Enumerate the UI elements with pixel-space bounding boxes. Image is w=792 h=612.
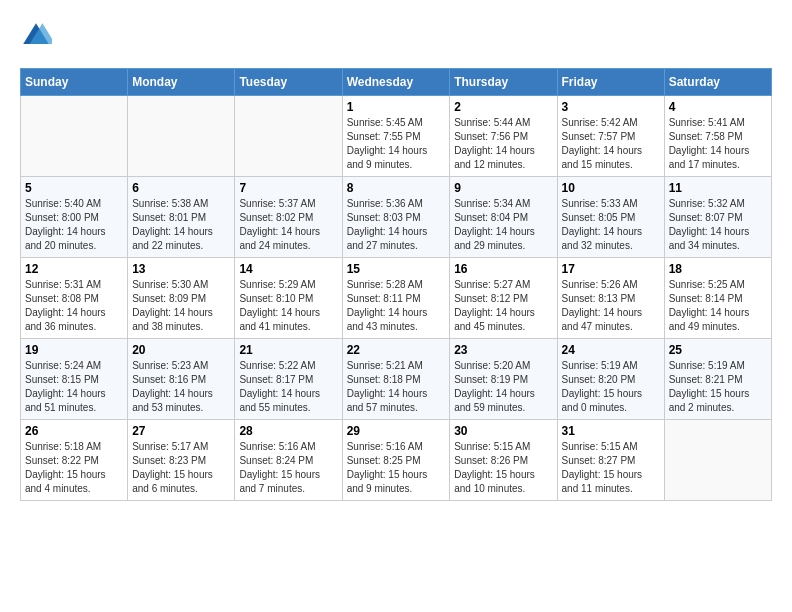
day-info: Sunrise: 5:37 AM Sunset: 8:02 PM Dayligh… [239,197,337,253]
day-info: Sunrise: 5:30 AM Sunset: 8:09 PM Dayligh… [132,278,230,334]
calendar-cell: 17Sunrise: 5:26 AM Sunset: 8:13 PM Dayli… [557,258,664,339]
calendar-cell: 20Sunrise: 5:23 AM Sunset: 8:16 PM Dayli… [128,339,235,420]
day-number: 22 [347,343,446,357]
day-info: Sunrise: 5:25 AM Sunset: 8:14 PM Dayligh… [669,278,767,334]
calendar-cell: 22Sunrise: 5:21 AM Sunset: 8:18 PM Dayli… [342,339,450,420]
day-info: Sunrise: 5:38 AM Sunset: 8:01 PM Dayligh… [132,197,230,253]
calendar-week-3: 12Sunrise: 5:31 AM Sunset: 8:08 PM Dayli… [21,258,772,339]
day-number: 29 [347,424,446,438]
day-info: Sunrise: 5:45 AM Sunset: 7:55 PM Dayligh… [347,116,446,172]
calendar-cell: 18Sunrise: 5:25 AM Sunset: 8:14 PM Dayli… [664,258,771,339]
logo [20,20,56,52]
calendar-cell: 12Sunrise: 5:31 AM Sunset: 8:08 PM Dayli… [21,258,128,339]
calendar-cell: 16Sunrise: 5:27 AM Sunset: 8:12 PM Dayli… [450,258,557,339]
day-info: Sunrise: 5:40 AM Sunset: 8:00 PM Dayligh… [25,197,123,253]
day-info: Sunrise: 5:29 AM Sunset: 8:10 PM Dayligh… [239,278,337,334]
day-number: 7 [239,181,337,195]
day-number: 19 [25,343,123,357]
logo-icon [20,20,52,52]
calendar-cell: 3Sunrise: 5:42 AM Sunset: 7:57 PM Daylig… [557,96,664,177]
day-info: Sunrise: 5:23 AM Sunset: 8:16 PM Dayligh… [132,359,230,415]
col-header-friday: Friday [557,69,664,96]
col-header-monday: Monday [128,69,235,96]
calendar-cell: 10Sunrise: 5:33 AM Sunset: 8:05 PM Dayli… [557,177,664,258]
calendar-week-5: 26Sunrise: 5:18 AM Sunset: 8:22 PM Dayli… [21,420,772,501]
calendar-week-2: 5Sunrise: 5:40 AM Sunset: 8:00 PM Daylig… [21,177,772,258]
day-info: Sunrise: 5:34 AM Sunset: 8:04 PM Dayligh… [454,197,552,253]
day-number: 26 [25,424,123,438]
calendar-cell [21,96,128,177]
day-info: Sunrise: 5:27 AM Sunset: 8:12 PM Dayligh… [454,278,552,334]
day-number: 4 [669,100,767,114]
calendar-cell: 26Sunrise: 5:18 AM Sunset: 8:22 PM Dayli… [21,420,128,501]
day-number: 14 [239,262,337,276]
day-info: Sunrise: 5:21 AM Sunset: 8:18 PM Dayligh… [347,359,446,415]
day-number: 2 [454,100,552,114]
day-info: Sunrise: 5:15 AM Sunset: 8:26 PM Dayligh… [454,440,552,496]
day-number: 3 [562,100,660,114]
calendar-cell [128,96,235,177]
day-number: 28 [239,424,337,438]
day-number: 23 [454,343,552,357]
day-info: Sunrise: 5:19 AM Sunset: 8:21 PM Dayligh… [669,359,767,415]
day-info: Sunrise: 5:28 AM Sunset: 8:11 PM Dayligh… [347,278,446,334]
col-header-saturday: Saturday [664,69,771,96]
day-number: 16 [454,262,552,276]
col-header-wednesday: Wednesday [342,69,450,96]
day-number: 12 [25,262,123,276]
day-info: Sunrise: 5:33 AM Sunset: 8:05 PM Dayligh… [562,197,660,253]
day-number: 20 [132,343,230,357]
calendar-week-4: 19Sunrise: 5:24 AM Sunset: 8:15 PM Dayli… [21,339,772,420]
day-info: Sunrise: 5:31 AM Sunset: 8:08 PM Dayligh… [25,278,123,334]
calendar-cell: 21Sunrise: 5:22 AM Sunset: 8:17 PM Dayli… [235,339,342,420]
day-info: Sunrise: 5:18 AM Sunset: 8:22 PM Dayligh… [25,440,123,496]
calendar-cell: 25Sunrise: 5:19 AM Sunset: 8:21 PM Dayli… [664,339,771,420]
day-number: 10 [562,181,660,195]
calendar-cell: 19Sunrise: 5:24 AM Sunset: 8:15 PM Dayli… [21,339,128,420]
calendar-cell: 14Sunrise: 5:29 AM Sunset: 8:10 PM Dayli… [235,258,342,339]
day-number: 30 [454,424,552,438]
calendar-cell: 8Sunrise: 5:36 AM Sunset: 8:03 PM Daylig… [342,177,450,258]
day-number: 17 [562,262,660,276]
day-number: 13 [132,262,230,276]
day-info: Sunrise: 5:36 AM Sunset: 8:03 PM Dayligh… [347,197,446,253]
day-info: Sunrise: 5:42 AM Sunset: 7:57 PM Dayligh… [562,116,660,172]
day-number: 1 [347,100,446,114]
calendar-cell: 9Sunrise: 5:34 AM Sunset: 8:04 PM Daylig… [450,177,557,258]
calendar-cell: 13Sunrise: 5:30 AM Sunset: 8:09 PM Dayli… [128,258,235,339]
day-info: Sunrise: 5:20 AM Sunset: 8:19 PM Dayligh… [454,359,552,415]
calendar-header-row: SundayMondayTuesdayWednesdayThursdayFrid… [21,69,772,96]
day-number: 31 [562,424,660,438]
day-number: 8 [347,181,446,195]
calendar-cell: 23Sunrise: 5:20 AM Sunset: 8:19 PM Dayli… [450,339,557,420]
day-info: Sunrise: 5:16 AM Sunset: 8:25 PM Dayligh… [347,440,446,496]
calendar-cell: 4Sunrise: 5:41 AM Sunset: 7:58 PM Daylig… [664,96,771,177]
calendar-cell: 28Sunrise: 5:16 AM Sunset: 8:24 PM Dayli… [235,420,342,501]
day-info: Sunrise: 5:15 AM Sunset: 8:27 PM Dayligh… [562,440,660,496]
calendar-cell: 7Sunrise: 5:37 AM Sunset: 8:02 PM Daylig… [235,177,342,258]
day-info: Sunrise: 5:16 AM Sunset: 8:24 PM Dayligh… [239,440,337,496]
day-number: 9 [454,181,552,195]
day-number: 21 [239,343,337,357]
day-info: Sunrise: 5:41 AM Sunset: 7:58 PM Dayligh… [669,116,767,172]
day-info: Sunrise: 5:22 AM Sunset: 8:17 PM Dayligh… [239,359,337,415]
col-header-thursday: Thursday [450,69,557,96]
day-number: 18 [669,262,767,276]
day-info: Sunrise: 5:26 AM Sunset: 8:13 PM Dayligh… [562,278,660,334]
page-header [20,20,772,52]
day-number: 27 [132,424,230,438]
day-number: 15 [347,262,446,276]
day-info: Sunrise: 5:44 AM Sunset: 7:56 PM Dayligh… [454,116,552,172]
calendar-cell [235,96,342,177]
calendar-cell: 15Sunrise: 5:28 AM Sunset: 8:11 PM Dayli… [342,258,450,339]
calendar-cell: 5Sunrise: 5:40 AM Sunset: 8:00 PM Daylig… [21,177,128,258]
calendar-week-1: 1Sunrise: 5:45 AM Sunset: 7:55 PM Daylig… [21,96,772,177]
calendar-cell: 31Sunrise: 5:15 AM Sunset: 8:27 PM Dayli… [557,420,664,501]
calendar-cell: 1Sunrise: 5:45 AM Sunset: 7:55 PM Daylig… [342,96,450,177]
calendar-cell: 29Sunrise: 5:16 AM Sunset: 8:25 PM Dayli… [342,420,450,501]
calendar-cell: 2Sunrise: 5:44 AM Sunset: 7:56 PM Daylig… [450,96,557,177]
calendar-cell: 24Sunrise: 5:19 AM Sunset: 8:20 PM Dayli… [557,339,664,420]
day-info: Sunrise: 5:32 AM Sunset: 8:07 PM Dayligh… [669,197,767,253]
calendar-cell [664,420,771,501]
calendar-cell: 11Sunrise: 5:32 AM Sunset: 8:07 PM Dayli… [664,177,771,258]
